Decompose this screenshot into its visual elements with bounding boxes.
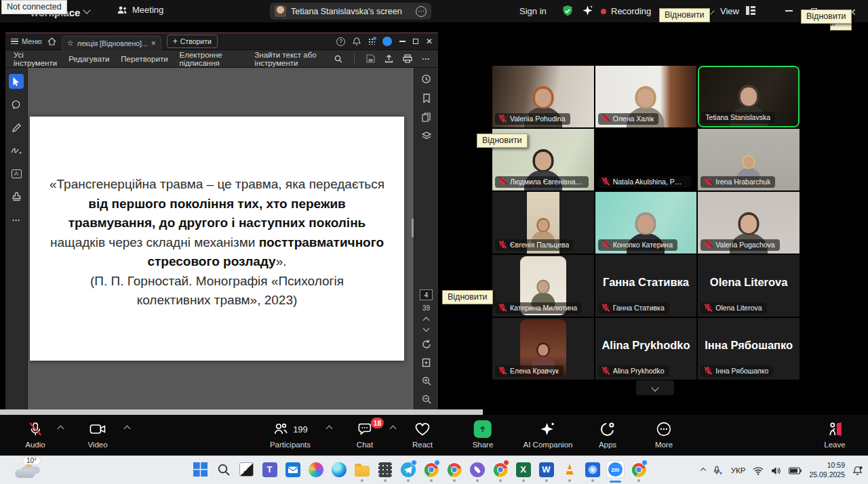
more-button[interactable]: More: [655, 421, 673, 449]
pdf-menu-button[interactable]: Меню: [11, 37, 42, 45]
leave-button[interactable]: Leave: [824, 421, 845, 449]
chrome-icon[interactable]: [422, 461, 439, 478]
chrome-icon-2[interactable]: [446, 461, 462, 478]
taskbar-clock[interactable]: 10:59 25.09.2025: [809, 461, 845, 479]
rotate-page-icon[interactable]: [422, 340, 431, 349]
participant-tile[interactable]: Valeriia Pohudina: [492, 66, 594, 127]
ai-companion-button[interactable]: AI Companion: [524, 421, 573, 449]
pdf-maximize-button[interactable]: [413, 39, 418, 44]
participant-tile[interactable]: Конопко Катерина: [595, 192, 697, 254]
zoom-out-icon[interactable]: [422, 395, 431, 404]
photos-icon[interactable]: [584, 461, 601, 478]
participant-tile[interactable]: Катерина Милютина: [492, 255, 594, 317]
view-button[interactable]: View: [720, 6, 739, 16]
bookmarks-icon[interactable]: [422, 94, 431, 103]
telegram-icon[interactable]: [399, 461, 416, 478]
chat-button[interactable]: 18 Chat: [357, 421, 373, 449]
chat-options-chevron[interactable]: [391, 426, 395, 431]
calculator-icon[interactable]: [376, 461, 393, 478]
audio-button[interactable]: Audio: [25, 421, 45, 449]
viber-icon[interactable]: [469, 461, 486, 478]
home-icon[interactable]: [47, 37, 56, 45]
signature-tool[interactable]: [9, 143, 24, 158]
participants-options-chevron[interactable]: [327, 426, 332, 431]
zoom-in-icon[interactable]: [422, 376, 431, 386]
video-button[interactable]: Video: [87, 421, 107, 449]
language-indicator[interactable]: УКР: [731, 466, 746, 475]
wifi-icon[interactable]: [753, 466, 764, 475]
notifications-bell-icon[interactable]: [353, 37, 361, 46]
mail-icon[interactable]: [284, 461, 301, 478]
pdf-document-area[interactable]: «Трансгенерційна травма – це травма, яка…: [28, 68, 414, 409]
print-icon[interactable]: [403, 54, 412, 63]
teams-icon[interactable]: T: [261, 461, 278, 478]
participant-tile-no-video[interactable]: Ганна Стативка Ганна Стативка: [595, 255, 697, 317]
more-tools-rail-icon[interactable]: [9, 212, 24, 227]
help-icon[interactable]: [336, 37, 345, 46]
battery-icon[interactable]: [789, 467, 802, 475]
next-page-button[interactable]: [423, 325, 430, 332]
previous-page-button[interactable]: [423, 317, 430, 324]
text-box-tool[interactable]: [9, 166, 24, 181]
copilot-icon[interactable]: [307, 461, 324, 478]
security-shield-icon[interactable]: [561, 5, 574, 17]
comment-tool[interactable]: [9, 97, 24, 112]
create-button[interactable]: Створити: [167, 35, 218, 48]
tray-mic-icon[interactable]: [713, 466, 724, 476]
file-explorer-icon[interactable]: [353, 461, 370, 478]
draw-pencil-tool[interactable]: [9, 120, 24, 135]
page-thumbnails-icon[interactable]: [422, 113, 431, 122]
word-icon[interactable]: W: [538, 461, 555, 478]
menu-esign[interactable]: Електронне підписання: [180, 51, 242, 67]
audio-options-chevron[interactable]: [58, 426, 63, 431]
apps-button[interactable]: Apps: [599, 421, 616, 449]
sign-in-button[interactable]: Sign in: [519, 6, 547, 16]
ai-companion-topbar-icon[interactable]: [582, 5, 593, 16]
page-number-input[interactable]: 4: [420, 289, 433, 300]
vlc-icon[interactable]: [561, 461, 578, 478]
participant-tile[interactable]: Елена Кравчук: [492, 318, 594, 380]
fit-page-icon[interactable]: [422, 358, 431, 367]
screen-options-icon[interactable]: [416, 6, 427, 17]
pdf-document-tab[interactable]: лекція [Відновлено]...: [62, 36, 161, 50]
volume-icon[interactable]: [771, 466, 781, 475]
participant-tile[interactable]: Irena Hrabarchuk: [698, 129, 800, 190]
share-button[interactable]: Share: [473, 421, 494, 449]
pdf-search[interactable]: Знайти текст або інструменти: [254, 51, 342, 67]
pdf-minimize-button[interactable]: [399, 41, 406, 42]
apps-grid-icon[interactable]: [368, 38, 375, 45]
chrome-icon-4[interactable]: [630, 461, 647, 478]
tray-overflow-chevron[interactable]: [701, 468, 706, 473]
stamp-tool[interactable]: [9, 189, 24, 204]
minimize-button[interactable]: [785, 10, 793, 12]
shared-screen-pill[interactable]: Tetiana Stanislavska's screen: [270, 3, 431, 20]
zoom-app-icon[interactable]: [607, 461, 624, 478]
participant-tile[interactable]: Євгенія Пальцева: [492, 192, 594, 254]
pdf-close-button[interactable]: ✕: [426, 37, 433, 45]
participant-tile[interactable]: Valeria Pugachova: [698, 192, 800, 254]
menu-all-tools[interactable]: Усі інструменти: [14, 51, 57, 67]
account-avatar[interactable]: [382, 37, 392, 46]
view-layout-icon[interactable]: [746, 6, 755, 15]
start-button[interactable]: [192, 461, 209, 478]
save-icon[interactable]: [366, 54, 375, 63]
more-tools-icon[interactable]: [422, 54, 430, 64]
participant-tile[interactable]: Natala Akulshina, PHC...: [595, 129, 697, 190]
notifications-bell-tray-icon[interactable]: [852, 466, 863, 476]
share-upload-icon[interactable]: [384, 54, 393, 63]
tab-meeting[interactable]: Meeting: [117, 5, 163, 15]
participant-tile-no-video[interactable]: Інна Рябошапко Інна Рябошапко: [698, 318, 800, 380]
more-participants-chevron[interactable]: [636, 380, 674, 395]
react-button[interactable]: React: [412, 421, 433, 449]
menu-convert[interactable]: Перетворити: [121, 55, 167, 63]
history-icon[interactable]: [421, 74, 431, 84]
layers-icon[interactable]: [422, 132, 431, 140]
video-options-chevron[interactable]: [125, 426, 130, 431]
task-view-icon[interactable]: [238, 461, 255, 478]
participants-button[interactable]: 199 Participants: [270, 421, 311, 449]
star-icon[interactable]: [67, 39, 74, 47]
taskbar-search-icon[interactable]: [215, 461, 232, 478]
participant-tile-no-video[interactable]: Alina Prykhodko Alina Prykhodko: [595, 318, 697, 380]
participant-tile-no-video[interactable]: Olena Literova Olena Literova: [698, 255, 800, 317]
edge-icon[interactable]: [330, 461, 347, 478]
